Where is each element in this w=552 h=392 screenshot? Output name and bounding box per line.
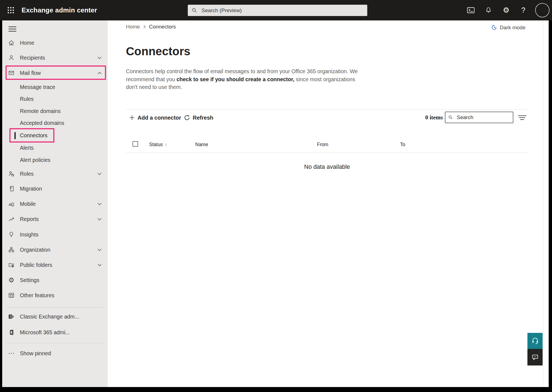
add-connector-button[interactable]: Add a connector [129, 112, 181, 124]
sort-ascending-icon: ↑ [165, 143, 167, 147]
sidebar-item-insights[interactable]: Insights [2, 228, 108, 241]
bell-icon [485, 7, 492, 14]
microsoft-365-icon [8, 329, 15, 336]
page-title: Connectors [126, 45, 190, 58]
sidebar-item-accepted-domains[interactable]: Accepted domains [2, 117, 108, 129]
chevron-down-icon [97, 264, 102, 266]
nav-collapse-button[interactable] [8, 25, 18, 33]
powershell-button[interactable] [464, 0, 477, 20]
filter-icon [517, 115, 527, 121]
terminal-icon [467, 7, 475, 14]
search-icon [448, 115, 453, 120]
dark-mode-toggle[interactable]: Dark mode [490, 24, 525, 31]
items-count: 0 items [425, 114, 443, 121]
column-header-from[interactable]: From [317, 142, 328, 148]
sidebar-item-label: Classic Exchange adm... [20, 314, 79, 320]
dark-mode-label: Dark mode [500, 25, 525, 31]
sidebar-item-migration[interactable]: Migration [2, 182, 108, 195]
sidebar-item-settings[interactable]: ⚙ Settings [2, 273, 108, 287]
sidebar-item-remote-domains[interactable]: Remote domains [2, 105, 108, 117]
top-bar: Exchange admin center ⚙ ? [0, 0, 552, 20]
sidebar-item-message-trace[interactable]: Message trace [2, 81, 108, 93]
sidebar-item-label: Home [20, 40, 34, 46]
org-chart-icon [8, 246, 15, 253]
nav-divider [7, 307, 103, 307]
sidebar-item-alert-policies[interactable]: Alert policies [2, 154, 108, 166]
screenshot-frame: Exchange admin center ⚙ ? [0, 0, 552, 392]
lightbulb-icon [8, 231, 15, 238]
sidebar-item-public-folders[interactable]: Public folders [2, 258, 108, 272]
chevron-down-icon [97, 173, 102, 175]
sidebar-item-mail-flow[interactable]: Mail flow [2, 66, 108, 80]
scrollbar-track[interactable] [543, 20, 543, 387]
refresh-button[interactable]: Refresh [184, 112, 213, 124]
nav-divider [7, 343, 103, 343]
add-connector-label: Add a connector [138, 115, 181, 121]
sidebar-item-roles[interactable]: Roles [2, 167, 108, 180]
sidebar-item-mobile[interactable]: Mobile [2, 197, 108, 211]
sidebar-item-classic-exchange[interactable]: Classic Exchange adm... [2, 310, 108, 323]
waffle-icon [7, 7, 14, 14]
toolbar-divider [126, 109, 528, 110]
column-header-name[interactable]: Name [195, 142, 208, 148]
list-search[interactable] [445, 112, 513, 123]
sidebar-item-alerts[interactable]: Alerts [2, 142, 108, 154]
sidebar-item-recipients[interactable]: Recipients [2, 51, 108, 64]
sidebar-item-label: Connectors [20, 132, 47, 139]
headset-icon [531, 337, 539, 345]
global-search-input[interactable] [201, 7, 363, 14]
support-button[interactable] [527, 333, 543, 349]
create-connector-link[interactable]: check to see if you should create a conn… [176, 76, 294, 82]
sidebar-item-label: Migration [20, 186, 42, 192]
sidebar-item-reports[interactable]: Reports [2, 212, 108, 226]
ellipsis-icon [8, 350, 15, 357]
chevron-down-icon [97, 249, 102, 251]
mail-icon [8, 69, 15, 77]
chevron-up-icon [97, 72, 102, 74]
hamburger-icon [8, 26, 17, 32]
sidebar-item-label: Mail flow [20, 70, 41, 76]
chevron-down-icon [97, 57, 102, 59]
sidebar-item-label: Alert policies [20, 157, 51, 163]
selected-item-indicator [14, 132, 16, 139]
sidebar-item-home[interactable]: Home [2, 36, 108, 49]
select-all-checkbox[interactable] [133, 141, 138, 147]
sidebar-item-rules[interactable]: Rules [2, 93, 108, 105]
left-nav: Home Recipients Mail flow [2, 20, 108, 387]
list-search-input[interactable] [456, 114, 510, 121]
sidebar-item-label: Reports [20, 216, 39, 222]
sidebar-item-label: Remote domains [20, 108, 60, 114]
notifications-button[interactable] [482, 0, 495, 20]
gear-icon: ⚙ [503, 6, 509, 15]
help-button[interactable]: ? [517, 0, 530, 20]
classic-exchange-icon [8, 313, 15, 320]
global-search[interactable] [188, 5, 367, 16]
sidebar-item-m365-admin[interactable]: Microsoft 365 admi... [2, 326, 108, 339]
sidebar-item-label: Insights [20, 231, 38, 238]
sidebar-item-label: Message trace [20, 84, 55, 90]
table-header-divider [126, 152, 528, 153]
feedback-bubble-icon [531, 353, 539, 361]
account-avatar[interactable] [535, 3, 550, 17]
column-header-status[interactable]: Status ↑ [149, 142, 167, 148]
column-header-to[interactable]: To [400, 142, 405, 148]
chevron-down-icon [97, 218, 102, 220]
breadcrumb-home-link[interactable]: Home [126, 24, 140, 30]
search-icon [192, 7, 197, 13]
sidebar-item-label: Rules [20, 96, 34, 102]
filter-button[interactable] [517, 113, 527, 122]
breadcrumb-current: Connectors [149, 24, 176, 30]
feedback-button[interactable] [527, 349, 543, 365]
sidebar-item-label: Microsoft 365 admi... [20, 329, 70, 336]
app-launcher-button[interactable] [7, 6, 15, 14]
sidebar-item-organization[interactable]: Organization [2, 243, 108, 256]
refresh-icon [184, 115, 190, 121]
sidebar-item-show-pinned[interactable]: Show pinned [2, 347, 108, 360]
line-chart-icon [8, 215, 15, 223]
sidebar-item-other-features[interactable]: Other features [2, 289, 108, 302]
sidebar-item-connectors[interactable]: Connectors [2, 129, 108, 141]
table-grid-icon [8, 292, 15, 299]
settings-button[interactable]: ⚙ [500, 0, 513, 20]
home-icon [8, 39, 15, 46]
breadcrumb: Home Connectors [126, 24, 176, 30]
